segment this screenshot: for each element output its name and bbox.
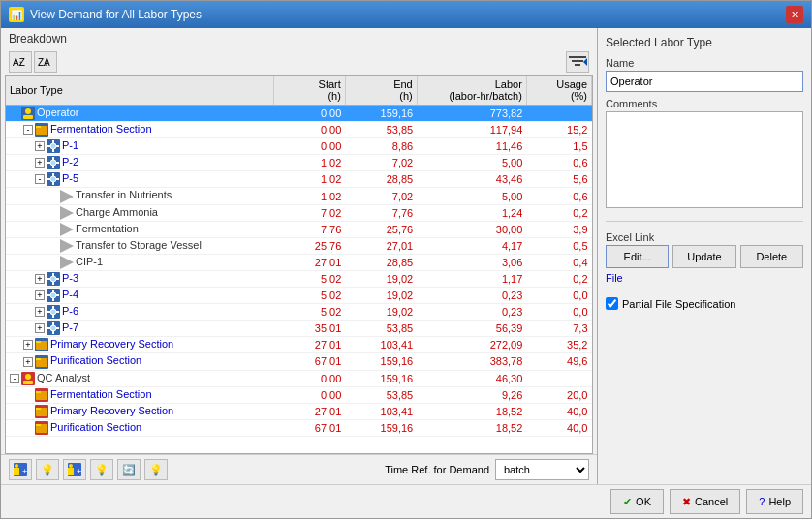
table-cell-labor: 117,94 [417,122,526,138]
table-row[interactable]: +P-45,0219,020,230,0 [6,288,592,304]
row-name-text: P-1 [62,139,78,151]
expand-btn[interactable]: - [23,125,33,135]
bottom-row: + 💡 + 💡 🔄 💡 [1,454,597,484]
table-cell-labor: 5,00 [417,155,526,171]
svg-rect-54 [56,311,59,313]
svg-rect-13 [36,126,41,128]
svg-rect-24 [47,162,50,164]
expand-btn[interactable]: + [35,307,45,317]
table-row[interactable]: CIP-127,0128,853,060,4 [6,254,592,270]
table-row[interactable]: -QC Analyst0,00159,1646,30 [6,370,592,386]
add-icon-button[interactable]: + [9,459,32,480]
svg-rect-72 [36,391,41,393]
table-cell-usage: 3,9 [526,221,591,237]
refresh-button[interactable]: 🔄 [117,459,141,480]
table-cell-start: 0,00 [273,122,345,138]
time-ref-select[interactable]: batchcalendar time [495,459,589,480]
table-row[interactable]: +P-735,0153,8556,397,3 [6,321,592,337]
ok-button[interactable]: ✔ OK [610,489,664,514]
svg-text:+: + [22,467,27,476]
close-button[interactable]: ✕ [786,6,803,23]
table-cell-name: -Fermentation Section [6,122,273,138]
svg-marker-34 [60,223,74,236]
row-icon [35,388,48,402]
table-cell-usage: 0,4 [526,254,591,270]
expand-btn[interactable]: - [35,174,45,184]
table-cell-end: 159,16 [345,419,417,436]
help-button[interactable]: ? Help [746,489,803,514]
table-cell-start: 0,00 [273,370,345,386]
svg-marker-35 [60,239,74,253]
table-row[interactable]: +P-21,027,025,000,6 [6,155,592,171]
table-cell-end: 28,85 [345,171,417,188]
right-panel: Selected Labor Type Name Comments Excel … [598,28,811,484]
table-row[interactable]: -P-51,0228,8543,465,6 [6,171,592,188]
svg-rect-45 [52,290,54,292]
table-row[interactable]: +P-65,0219,020,230,0 [6,304,592,321]
light-bulb3-button[interactable]: 💡 [144,459,168,480]
svg-rect-25 [56,162,59,164]
light-bulb-button[interactable]: 💡 [36,459,59,480]
expand-btn[interactable]: + [35,323,45,333]
table-cell-start: 0,00 [273,138,345,155]
table-cell-start: 27,01 [273,403,345,419]
row-name-text: Fermentation Section [50,388,152,400]
table-row[interactable]: Transfer in Nutrients1,027,025,000,6 [6,188,592,204]
svg-rect-6 [575,64,580,66]
table-row[interactable]: Fermentation7,7625,7630,003,9 [6,221,592,237]
svg-rect-17 [52,149,54,152]
sort-za-button[interactable]: ZA↓ [34,51,57,73]
table-cell-name: CIP-1 [6,254,273,270]
main-content: Breakdown AZ↑ ZA↓ [1,28,811,484]
table-row[interactable]: Operator0,00159,16773,82 [6,106,592,122]
sort-az-button[interactable]: AZ↑ [9,51,32,73]
table-row[interactable]: +P-10,008,8611,461,5 [6,138,592,155]
delete-button[interactable]: Delete [740,245,803,268]
svg-rect-5 [572,60,583,62]
svg-rect-31 [56,178,59,180]
svg-marker-32 [60,190,74,203]
svg-rect-51 [52,306,54,309]
expand-btn[interactable]: + [23,340,33,350]
expand-btn[interactable]: - [10,374,19,383]
partial-file-label: Partial File Specification [622,298,735,310]
svg-text:+: + [77,467,81,476]
table-row[interactable]: Purification Section67,01159,1618,5240,0 [6,419,592,436]
expand-btn[interactable]: + [35,290,45,300]
table-row[interactable]: Transfer to Storage Vessel25,7627,014,17… [6,237,592,254]
svg-rect-16 [52,140,54,143]
update-button[interactable]: Update [672,245,735,268]
labor-table-container[interactable]: Labor Type Start(h) End(h) Labor(labor-h… [5,75,593,454]
expand-btn[interactable]: + [35,141,45,151]
filter-button[interactable] [566,51,589,73]
light-bulb2-button[interactable]: 💡 [90,459,113,480]
table-cell-usage [526,106,591,122]
row-name-text: Fermentation [76,223,139,234]
expand-btn[interactable]: + [35,274,45,284]
expand-btn[interactable]: + [23,357,33,367]
time-ref-section: Time Ref. for Demand batchcalendar time [385,459,589,480]
table-row[interactable]: +P-35,0219,021,170,2 [6,270,592,287]
add2-icon-button[interactable]: + [63,459,86,480]
table-row[interactable]: Charge Ammonia7,027,761,240,2 [6,204,592,221]
table-cell-labor: 11,46 [417,138,526,155]
partial-file-checkbox[interactable] [606,297,618,310]
comments-textarea[interactable] [606,111,803,208]
edit-button[interactable]: Edit... [606,245,669,268]
row-name-text: P-3 [62,272,78,284]
table-row[interactable]: Fermentation Section0,0053,859,2620,0 [6,386,592,403]
cancel-button[interactable]: ✖ Cancel [670,489,740,514]
table-row[interactable]: +Purification Section67,01159,16383,7849… [6,353,592,370]
name-input[interactable] [606,71,803,92]
svg-point-68 [25,374,31,380]
svg-point-27 [50,176,56,182]
table-row[interactable]: Primary Recovery Section27,01103,4118,52… [6,403,592,419]
table-cell-usage: 0,6 [526,155,591,171]
excel-link-section: Excel Link Edit... Update Delete File Pa… [606,231,803,310]
table-row[interactable]: -Fermentation Section0,0053,85117,9415,2 [6,122,592,138]
table-cell-labor: 0,23 [417,304,526,321]
table-cell-usage: 49,6 [526,353,591,370]
expand-btn[interactable]: + [35,158,45,168]
table-cell-name: Transfer in Nutrients [6,188,273,204]
table-row[interactable]: +Primary Recovery Section27,01103,41272,… [6,337,592,353]
